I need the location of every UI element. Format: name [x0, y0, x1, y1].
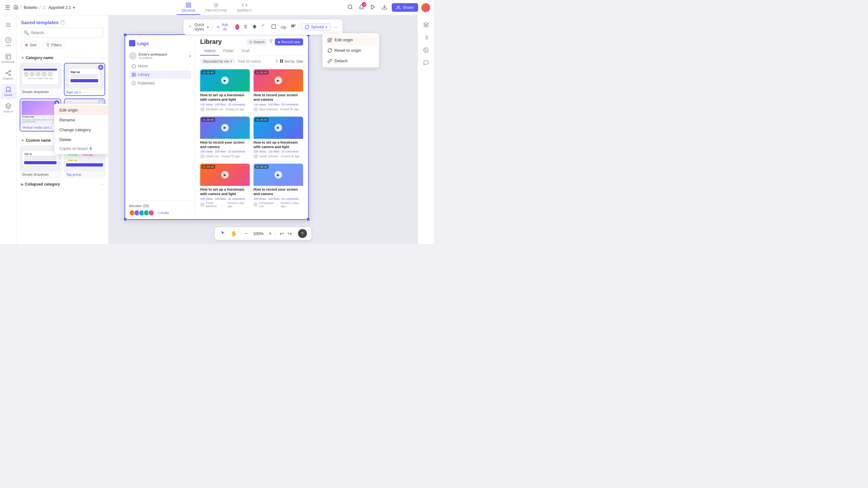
pattern-button[interactable]	[289, 23, 297, 31]
zoom-in-button[interactable]: +	[268, 230, 273, 238]
workspace-chevron: ▾	[189, 54, 191, 58]
filters-button[interactable]: Filters	[42, 41, 65, 49]
help-badge[interactable]: ?	[60, 20, 65, 25]
svg-point-52	[249, 41, 252, 43]
app-chevron-button[interactable]: ▾	[73, 5, 75, 10]
quick-styles-button[interactable]: Quick styles ▾	[187, 21, 210, 33]
context-delete[interactable]: Delete	[56, 135, 108, 145]
video-card-2[interactable]: ▶ 01:30:45 How to record your screen and…	[253, 69, 303, 113]
clip-button[interactable]: clip	[279, 23, 287, 31]
ask-ai-button[interactable]: Ask AI	[214, 21, 231, 33]
fill-button[interactable]	[251, 23, 258, 31]
video-card-5[interactable]: ▶ 01:30:45 How to set up a livestream wi…	[200, 163, 250, 209]
video-author-6: Christopher Lee Posted 2 days ago	[253, 202, 303, 208]
category-more-button[interactable]: ···	[100, 55, 104, 60]
tab-inspect[interactable]: INSPECT	[232, 0, 257, 15]
zoom-out-button[interactable]: −	[244, 230, 249, 238]
context-change-cat-label: Change category	[59, 127, 91, 132]
mockup-tab-videos[interactable]: Videos	[200, 47, 219, 56]
context-edit-origin[interactable]: Edit origin	[56, 105, 108, 115]
sort-label: Sort	[30, 43, 36, 47]
video-card-4[interactable]: ▶ 01:30:45 How to set up a livestream wi…	[253, 117, 303, 160]
sidebar-visily-button[interactable]: Visily AI	[1, 100, 16, 116]
right-chat-button[interactable]	[420, 57, 432, 69]
help-button[interactable]: ?	[298, 229, 307, 238]
context-rename[interactable]: Rename ›	[56, 115, 108, 125]
video-card-1[interactable]: ▶ 01:30:45 How to set up a livestream wi…	[200, 69, 250, 113]
color-fill-button[interactable]	[236, 24, 240, 30]
context-change-category[interactable]: Change category ›	[56, 125, 108, 135]
recorded-by-me-filter[interactable]: Recorded by me ▾	[200, 58, 235, 64]
mockup-tab-draft[interactable]: Draft	[238, 47, 254, 56]
right-layers-button[interactable]	[420, 19, 432, 30]
right-assets-button[interactable]	[420, 32, 432, 43]
sidebar-add-button[interactable]: Add	[1, 34, 16, 50]
mockup-nav-home[interactable]: Home	[129, 62, 191, 70]
workspace-name[interactable]: Bobello	[24, 5, 37, 10]
sort-button[interactable]: Sort	[21, 41, 40, 49]
hamburger-menu-button[interactable]: ☰	[4, 3, 11, 12]
grid-view-toggle[interactable]	[280, 59, 283, 64]
share-button[interactable]: Share	[392, 3, 418, 12]
right-palette-button[interactable]	[420, 44, 432, 56]
mockup-nav-library[interactable]: Library	[129, 70, 191, 79]
sd-edit-origin[interactable]: Edit origin	[324, 35, 378, 45]
template-card-simple-dropdown[interactable]: You Adam William Peter Julia Simple drop…	[20, 63, 61, 96]
user-avatar[interactable]	[421, 3, 430, 12]
v2-likes: 100 likes	[268, 103, 280, 106]
mockup-nav-published[interactable]: Published	[129, 79, 191, 87]
synced-button[interactable]: Synced ▾	[301, 23, 331, 31]
video-play-4[interactable]: ▶	[275, 124, 282, 131]
toolbar-more-button[interactable]: ···	[333, 23, 339, 31]
frame-handle-tl[interactable]	[124, 34, 126, 36]
mockup-search[interactable]: Search	[247, 39, 267, 45]
undo-button[interactable]: ↩	[278, 230, 285, 238]
download-button[interactable]	[380, 3, 389, 12]
video-card-3[interactable]: ▶ 01:30:45 How to record your screen and…	[200, 117, 250, 160]
video-title-4: How to set up a livestream with camera a…	[253, 140, 303, 149]
list-view-button[interactable]	[241, 23, 249, 31]
frame-handle-br[interactable]	[307, 218, 309, 220]
tab-prototype[interactable]: PROTOTYPE	[200, 0, 232, 15]
corner-button[interactable]	[260, 23, 268, 31]
collapsed-category-header[interactable]: ▶ Collapsed category ···	[19, 179, 106, 188]
mockup-filter-button[interactable]	[269, 39, 273, 44]
video-card-6[interactable]: ▶ 01:30:45 How to record your screen and…	[253, 163, 303, 209]
sidebar-menu-button[interactable]	[1, 19, 16, 30]
play-button[interactable]	[369, 3, 377, 12]
search-button[interactable]	[346, 3, 354, 12]
redo-button[interactable]: ↪	[286, 230, 293, 238]
sd-detach[interactable]: Detach	[324, 56, 378, 66]
v3-views: 100 views	[200, 150, 213, 153]
sidebar-wireframe-button[interactable]: Wireframe	[1, 51, 16, 66]
sidebar-diagram-button[interactable]: Diagram	[1, 67, 16, 83]
svg-rect-44	[293, 25, 294, 26]
video-play-2[interactable]: ▶	[275, 77, 282, 84]
collapsed-category-more[interactable]: ···	[100, 182, 104, 187]
tab-design[interactable]: DESIGN	[177, 0, 200, 15]
video-play-3[interactable]: ▶	[221, 124, 229, 131]
hand-tool-button[interactable]: ✋	[229, 230, 238, 238]
mockup-tab-folder[interactable]: Folder	[219, 47, 238, 56]
video-thumb-4: ▶ 01:30:45	[253, 117, 303, 139]
video-play-5[interactable]: ▶	[221, 171, 229, 179]
sd-reset-origin[interactable]: Reset to origin	[324, 45, 378, 56]
template-card-signup1[interactable]: Sign up Sign up 1	[64, 63, 105, 96]
video-play-1[interactable]: ▶	[221, 77, 229, 84]
video-play-6[interactable]: ▶	[275, 171, 282, 179]
video-title-1: How to set up a livestream with camera a…	[200, 93, 250, 102]
sidebar-saved-button[interactable]: Saved	[1, 84, 16, 99]
search-input[interactable]	[21, 28, 104, 37]
invite-button[interactable]: + Invite	[158, 211, 169, 215]
notifications-button[interactable]: 18	[358, 3, 366, 12]
list-view-toggle[interactable]	[275, 59, 278, 64]
home-icon[interactable]	[13, 4, 19, 11]
workspace-name-text: Emily's workspace	[138, 53, 167, 56]
cursor-tool-button[interactable]	[219, 229, 227, 238]
v4-views: 100 views	[253, 150, 266, 153]
v6-views: 100 views	[253, 197, 266, 201]
rect-button[interactable]	[270, 23, 277, 31]
author-name-6: Christopher Lee	[259, 202, 278, 208]
record-new-button[interactable]: ● Record new	[275, 38, 303, 45]
category-name-header[interactable]: ▼ Category name ···	[19, 53, 106, 62]
